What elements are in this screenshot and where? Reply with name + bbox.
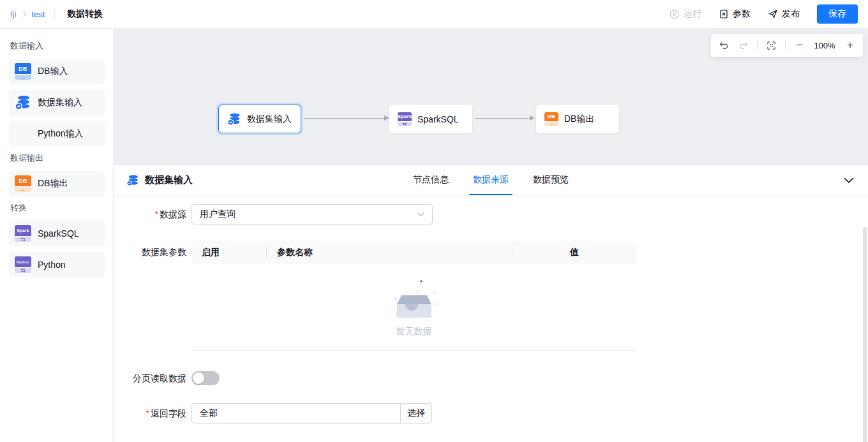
canvas-toolbar: − 100% + [711, 34, 863, 57]
db-output-icon: DB ← [544, 112, 558, 126]
chevron-down-icon [417, 212, 424, 217]
db-output-icon: DB ← [15, 175, 31, 192]
node-label: SparkSQL [417, 114, 459, 124]
section-title-data-input: 数据输入 [10, 40, 104, 52]
panel-title: 数据集输入 [145, 174, 193, 186]
palette-item-sparksql[interactable]: Spark ⇆ SparkSQL [9, 221, 105, 246]
node-label: 数据集输入 [247, 114, 292, 125]
redo-button[interactable] [738, 40, 749, 51]
panel-tabs: 节点信息 数据来源 数据预览 [413, 165, 569, 195]
publish-label: 发布 [782, 8, 800, 20]
divider [757, 40, 758, 50]
zoom-out-button[interactable]: − [794, 40, 804, 50]
sparksql-icon: Spark ⇆ [15, 225, 31, 242]
flow-node-dataset-input[interactable]: 数据集输入 [218, 105, 301, 133]
datasource-label: *数据源 [114, 204, 186, 225]
node-config-panel: 数据集输入 节点信息 数据来源 数据预览 *数据源 用户查询 数据集参数 [114, 165, 868, 442]
fit-view-icon [766, 40, 777, 51]
breadcrumb-item[interactable]: test [31, 10, 45, 19]
dataset-params-table: 启用 参数名称 值 暂无数 [191, 241, 636, 351]
section-title-data-output: 数据输出 [10, 152, 104, 164]
params-button[interactable]: 参数 [719, 8, 751, 20]
params-label: 参数 [733, 8, 751, 20]
column-header-value: 值 [513, 241, 636, 263]
tab-data-preview[interactable]: 数据预览 [533, 165, 569, 195]
node-palette-sidebar: 数据输入 DB → DB输入 数据集输入 Python输入 数据输出 DB ← … [0, 29, 114, 442]
run-label: 运行 [684, 8, 701, 20]
select-fields-button[interactable]: 选择 [400, 403, 432, 424]
empty-text: 暂无数据 [396, 326, 432, 337]
zoom-in-button[interactable]: + [845, 40, 855, 50]
palette-item-python[interactable]: Python ⇆ Python [9, 252, 105, 277]
collapse-panel-button[interactable] [844, 175, 854, 186]
sparksql-icon: Spark ⇆ [398, 112, 412, 126]
section-title-transform: 转换 [10, 202, 104, 214]
dataset-input-icon [15, 94, 31, 111]
column-header-enabled: 启用 [191, 241, 267, 263]
palette-item-label: Python [38, 260, 66, 270]
return-fields-group: 选择 [191, 403, 432, 424]
tab-data-source[interactable]: 数据来源 [473, 165, 509, 195]
divider [785, 40, 786, 50]
flow-node-db-output[interactable]: DB ← DB输出 [536, 105, 619, 133]
flow-canvas[interactable]: − 100% + 数据集输入 Spark ⇆ SparkSQL DB ← DB输… [114, 29, 868, 165]
breadcrumb: fjl test 数据转换 [10, 8, 103, 20]
empty-box-icon [385, 276, 444, 323]
fit-view-button[interactable] [766, 40, 777, 51]
python-icon: Python ⇆ [15, 256, 31, 273]
divider [54, 10, 55, 19]
dataset-params-row: 数据集参数 启用 参数名称 值 [114, 241, 868, 351]
redo-icon [738, 40, 749, 51]
panel-scrollbar[interactable] [863, 227, 867, 442]
paper-plane-icon [768, 9, 778, 19]
required-mark: * [146, 408, 149, 418]
required-mark: * [155, 209, 158, 219]
edge-spark-to-dboutput [475, 118, 534, 119]
datasource-select[interactable]: 用户查询 [191, 204, 433, 225]
play-circle-icon [669, 9, 680, 20]
palette-item-db-output[interactable]: DB ← DB输出 [9, 171, 105, 196]
paging-row: 分页读取数据 [114, 371, 868, 385]
node-label: DB输出 [564, 114, 594, 125]
chevron-right-icon [21, 11, 26, 16]
datasource-value: 用户查询 [200, 209, 236, 220]
palette-item-label: SparkSQL [38, 228, 79, 239]
missing-icon [15, 126, 31, 142]
palette-item-label: DB输出 [38, 178, 68, 189]
return-fields-row: *返回字段 选择 [114, 403, 868, 424]
run-button[interactable]: 运行 [669, 8, 701, 20]
tab-node-info[interactable]: 节点信息 [413, 165, 449, 195]
top-bar: fjl test 数据转换 运行 参数 发布 保存 [0, 0, 868, 29]
params-doc-icon [719, 9, 729, 19]
paging-toggle[interactable] [191, 371, 220, 385]
toggle-knob [193, 372, 204, 384]
palette-item-db-input[interactable]: DB → DB输入 [9, 59, 105, 84]
dataset-input-icon [126, 174, 139, 187]
palette-item-label: DB输入 [38, 66, 68, 77]
flow-node-sparksql[interactable]: Spark ⇆ SparkSQL [389, 105, 472, 133]
palette-item-label: 数据集输入 [38, 97, 82, 108]
table-empty-state: 暂无数据 [191, 263, 636, 351]
panel-header: 数据集输入 节点信息 数据来源 数据预览 [114, 165, 868, 196]
datasource-row: *数据源 用户查询 [114, 204, 868, 225]
paging-label: 分页读取数据 [114, 371, 186, 385]
palette-item-python-input[interactable]: Python输入 [9, 121, 105, 147]
palette-item-dataset-input[interactable]: 数据集输入 [9, 90, 105, 115]
db-input-icon: DB → [15, 63, 31, 80]
edge-dataset-to-spark [304, 118, 388, 119]
panel-body: *数据源 用户查询 数据集参数 启用 参数名称 值 [114, 196, 868, 442]
undo-button[interactable] [719, 40, 730, 51]
chevron-down-icon [844, 177, 854, 184]
topbar-actions: 运行 参数 发布 保存 [669, 4, 858, 24]
return-fields-input[interactable] [191, 403, 401, 424]
dataset-params-label: 数据集参数 [114, 241, 186, 263]
breadcrumb-project[interactable]: fjl [10, 10, 16, 19]
column-header-param-name: 参数名称 [267, 241, 513, 263]
palette-item-label: Python输入 [38, 128, 84, 140]
save-button[interactable]: 保存 [817, 4, 858, 24]
undo-icon [719, 40, 730, 51]
table-header-row: 启用 参数名称 值 [191, 241, 636, 263]
zoom-level: 100% [812, 41, 837, 50]
publish-button[interactable]: 发布 [768, 8, 800, 20]
return-fields-label: *返回字段 [114, 403, 186, 424]
